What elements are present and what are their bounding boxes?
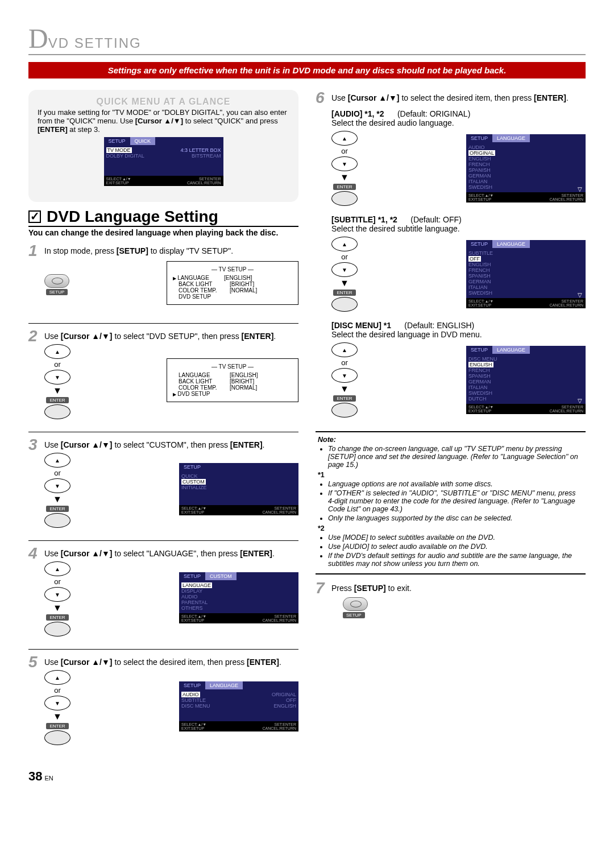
enter-button-icon bbox=[44, 513, 70, 528]
down-button-icon: ▼ bbox=[44, 587, 70, 602]
step-1: 1 In stop mode, press [SETUP] to display… bbox=[28, 243, 298, 319]
cursor-buttons: ▲ or ▼ ▼ ENTER bbox=[44, 561, 70, 636]
warning-bar: Settings are only effective when the uni… bbox=[28, 62, 586, 78]
step-2: 2 Use [Cursor ▲/▼] to select "DVD SETUP"… bbox=[28, 328, 298, 427]
step-4: 4 Use [Cursor ▲/▼] to select "LANGUAGE",… bbox=[28, 545, 298, 644]
quick-menu-title: QUICK MENU AT A GLANCE bbox=[38, 97, 289, 107]
enter-button-icon bbox=[44, 404, 70, 419]
down-button-icon: ▼ bbox=[44, 478, 70, 493]
section-title: DVD Language Setting bbox=[28, 208, 298, 227]
cursor-buttons: ▲ or ▼ ▼ ENTER bbox=[44, 344, 70, 419]
check-icon bbox=[28, 210, 41, 223]
cursor-buttons: ▲ or ▼ ▼ ENTER bbox=[44, 453, 70, 528]
step-7: 7 Press [SETUP] to exit. SETUP bbox=[316, 580, 586, 618]
up-button-icon: ▲ bbox=[44, 670, 70, 685]
page-header-rest: VD SETTING bbox=[48, 35, 142, 51]
quick-menu-box: QUICK MENU AT A GLANCE If you make setti… bbox=[28, 90, 298, 202]
cursor-buttons: ▲ or ▼ ▼ ENTER bbox=[331, 131, 358, 206]
language-osd: SETUPLANGUAGE AUDIO ORIGINAL SUBTITLE OF… bbox=[179, 681, 298, 731]
enter-button-icon bbox=[44, 730, 70, 745]
step-3: 3 Use [Cursor ▲/▼] to select "CUSTOM", t… bbox=[28, 437, 298, 536]
section-subtitle: You can change the desired language when… bbox=[28, 228, 298, 237]
enter-button-icon bbox=[331, 297, 358, 312]
enter-button-icon bbox=[44, 622, 70, 636]
setup-remote-icon: SETUP bbox=[343, 597, 586, 618]
scroll-down-icon: ▽ bbox=[578, 292, 582, 298]
step-6: 6 Use [Cursor ▲/▼] to select the desired… bbox=[316, 90, 586, 427]
up-button-icon: ▲ bbox=[44, 453, 70, 468]
down-button-icon: ▼ bbox=[331, 368, 358, 383]
page-number: 38EN bbox=[28, 769, 586, 784]
cursor-buttons: ▲ or ▼ ▼ ENTER bbox=[331, 237, 358, 312]
quick-osd: SETUPQUICK TV MODE 4:3 LETTER BOX DOLBY … bbox=[104, 137, 223, 186]
down-button-icon: ▼ bbox=[331, 262, 358, 277]
quick-menu-text: If you make setting for "TV MODE" or "DO… bbox=[38, 108, 289, 134]
header-rule bbox=[28, 54, 586, 55]
discmenu-osd: SETUPLANGUAGE DISC MENU ENGLISH FRENCH S… bbox=[466, 346, 586, 414]
step-5: 5 Use [Cursor ▲/▼] to select the desired… bbox=[28, 654, 298, 753]
up-button-icon: ▲ bbox=[331, 131, 358, 146]
down-button-icon: ▼ bbox=[44, 696, 70, 710]
setup-osd-language: SETUPCUSTOM LANGUAGE DISPLAY AUDIO PAREN… bbox=[179, 572, 298, 623]
down-button-icon: ▼ bbox=[331, 156, 358, 171]
down-button-icon: ▼ bbox=[44, 370, 70, 385]
scroll-down-icon: ▽ bbox=[578, 398, 582, 404]
up-button-icon: ▲ bbox=[44, 344, 70, 359]
page-header-letter: D bbox=[28, 23, 48, 54]
up-button-icon: ▲ bbox=[44, 561, 70, 576]
setup-remote-icon: SETUP bbox=[44, 274, 69, 295]
cursor-buttons: ▲ or ▼ ▼ ENTER bbox=[44, 670, 70, 745]
setup-osd-custom: SETUP QUICK CUSTOM INITIALIZE SELECT:▲/▼… bbox=[179, 463, 298, 515]
up-button-icon: ▲ bbox=[331, 237, 358, 251]
subtitle-osd: SETUPLANGUAGE SUBTITLE OFF ENGLISH FRENC… bbox=[466, 240, 586, 308]
tv-setup-osd-2: — TV SETUP — LANGUAGE[ENGLISH] BACK LIGH… bbox=[167, 358, 298, 402]
tv-setup-osd-1: — TV SETUP — LANGUAGE[ENGLISH] BACK LIGH… bbox=[167, 261, 298, 305]
enter-button-icon bbox=[331, 191, 358, 206]
audio-osd: SETUPLANGUAGE AUDIO ORIGINAL ENGLISH FRE… bbox=[466, 134, 586, 202]
scroll-down-icon: ▽ bbox=[578, 186, 582, 192]
up-button-icon: ▲ bbox=[331, 342, 358, 357]
page-header: DVD SETTING bbox=[28, 23, 586, 54]
note-box: Note: To change the on-screen language, … bbox=[316, 431, 586, 574]
enter-button-icon bbox=[331, 403, 358, 418]
cursor-buttons: ▲ or ▼ ▼ ENTER bbox=[331, 342, 358, 418]
